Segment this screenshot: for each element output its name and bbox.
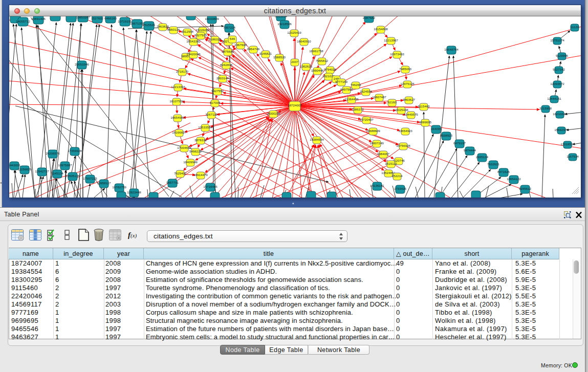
svg-text:9146821: 9146821: [259, 52, 272, 55]
svg-text:9794028: 9794028: [324, 68, 337, 71]
svg-text:6466160: 6466160: [104, 16, 117, 20]
svg-text:23226058: 23226058: [195, 28, 210, 32]
svg-text:16961758: 16961758: [309, 49, 323, 53]
svg-text:23420046: 23420046: [186, 52, 201, 56]
svg-text:19218506: 19218506: [277, 22, 292, 26]
svg-text:16543382: 16543382: [186, 39, 201, 43]
svg-text:8242848: 8242848: [220, 63, 233, 67]
svg-text:14055712: 14055712: [16, 19, 30, 23]
svg-text:26206576: 26206576: [46, 151, 60, 155]
svg-text:10807487: 10807487: [372, 95, 386, 99]
svg-text:20691406: 20691406: [31, 17, 46, 20]
svg-text:8660124: 8660124: [167, 28, 180, 31]
svg-text:3267110: 3267110: [205, 113, 217, 116]
svg-text:2037: 2037: [291, 60, 298, 63]
svg-text:3215958: 3215958: [539, 106, 552, 110]
svg-text:12213967: 12213967: [384, 38, 398, 42]
svg-text:9245612: 9245612: [519, 187, 532, 190]
svg-text:8813054: 8813054: [275, 16, 288, 18]
svg-text:(x): (x): [130, 232, 137, 239]
svg-text:1624554: 1624554: [360, 90, 373, 93]
svg-text:15716485: 15716485: [203, 185, 217, 188]
svg-text:16782759: 16782759: [112, 185, 126, 189]
svg-text:9327503: 9327503: [194, 33, 207, 37]
svg-text:2367608: 2367608: [234, 43, 247, 47]
svg-text:9777169: 9777169: [335, 80, 348, 83]
svg-text:1733426: 1733426: [394, 187, 407, 190]
svg-text:17018504: 17018504: [560, 142, 575, 146]
svg-text:6497568: 6497568: [340, 87, 353, 91]
svg-text:19756928: 19756928: [396, 144, 410, 147]
svg-text:18409949: 18409949: [183, 160, 198, 164]
svg-text:12923448: 12923448: [127, 190, 141, 194]
svg-text:19166827: 19166827: [172, 130, 186, 134]
svg-text:1588520: 1588520: [273, 55, 286, 59]
svg-text:16107553: 16107553: [169, 99, 184, 103]
svg-text:164095: 164095: [431, 127, 442, 130]
svg-text:11156829: 11156829: [18, 167, 32, 171]
svg-text:16210643: 16210643: [553, 112, 567, 116]
svg-text:3878332: 3878332: [194, 138, 207, 142]
svg-text:1362615: 1362615: [300, 64, 313, 68]
svg-text:10025438: 10025438: [394, 108, 408, 112]
svg-text:12505135: 12505135: [66, 174, 80, 178]
svg-text:11120: 11120: [571, 25, 579, 29]
svg-text:19384554: 19384554: [310, 138, 324, 141]
svg-text:7625402: 7625402: [174, 171, 187, 175]
svg-text:1615112: 1615112: [385, 162, 397, 165]
svg-text:18724007: 18724007: [288, 103, 302, 107]
svg-text:746266: 746266: [351, 83, 361, 86]
svg-text:13449575: 13449575: [404, 113, 418, 116]
svg-text:15751074: 15751074: [550, 38, 564, 42]
svg-text:18300295: 18300295: [266, 112, 280, 115]
svg-text:546: 546: [230, 37, 235, 40]
svg-text:1527602: 1527602: [91, 16, 104, 20]
svg-text:17957225: 17957225: [83, 177, 97, 180]
svg-text:3875685: 3875685: [222, 50, 234, 53]
svg-text:10958117: 10958117: [97, 181, 111, 185]
svg-text:12975125: 12975125: [400, 82, 415, 85]
svg-text:9227342: 9227342: [553, 68, 565, 71]
svg-text:62160: 62160: [387, 100, 397, 104]
svg-text:9699695: 9699695: [419, 120, 432, 124]
svg-text:18807249: 18807249: [369, 141, 384, 145]
svg-text:9129996: 9129996: [556, 54, 569, 57]
svg-text:12213393: 12213393: [171, 85, 185, 89]
svg-text:9115460: 9115460: [418, 104, 430, 108]
svg-text:3912954: 3912954: [181, 30, 194, 33]
svg-text:8938923: 8938923: [440, 134, 453, 137]
svg-text:1145134: 1145134: [51, 171, 63, 175]
svg-text:9463627: 9463627: [403, 98, 416, 101]
svg-text:2087682: 2087682: [363, 16, 376, 19]
svg-text:7485063: 7485063: [399, 67, 412, 71]
svg-text:1443001: 1443001: [9, 163, 21, 167]
svg-text:10688609: 10688609: [366, 129, 380, 133]
svg-text:21364456: 21364456: [344, 97, 359, 101]
svg-text:16648764: 16648764: [444, 48, 459, 51]
svg-text:7955812: 7955812: [316, 59, 329, 62]
svg-text:9084067: 9084067: [377, 152, 390, 156]
svg-text:2935134: 2935134: [476, 155, 489, 159]
svg-text:10975887: 10975887: [58, 163, 72, 167]
svg-text:252214: 252214: [392, 174, 403, 178]
svg-text:12325419: 12325419: [287, 31, 301, 34]
svg-text:7632621: 7632621: [487, 162, 500, 166]
svg-text:8454749: 8454749: [247, 47, 260, 51]
svg-text:917006: 917006: [210, 101, 221, 104]
svg-text:2718170: 2718170: [176, 70, 189, 73]
svg-text:2803144: 2803144: [216, 76, 229, 80]
svg-text:16033809: 16033809: [205, 17, 219, 20]
svg-text:9657791: 9657791: [166, 181, 179, 184]
svg-text:10973493: 10973493: [390, 52, 404, 56]
svg-text:198513: 198513: [186, 16, 197, 17]
svg-text:1167534: 1167534: [567, 155, 579, 158]
svg-text:9427552: 9427552: [211, 89, 224, 93]
svg-text:12444151: 12444151: [547, 97, 561, 100]
svg-text:16640910: 16640910: [297, 39, 311, 43]
svg-text:10654122: 10654122: [507, 177, 521, 181]
svg-text:7357224: 7357224: [223, 26, 236, 29]
svg-text:6479197: 6479197: [453, 141, 466, 145]
svg-text:17004678: 17004678: [177, 146, 191, 149]
svg-text:5498222: 5498222: [189, 149, 202, 153]
svg-text:8471626: 8471626: [497, 170, 510, 173]
